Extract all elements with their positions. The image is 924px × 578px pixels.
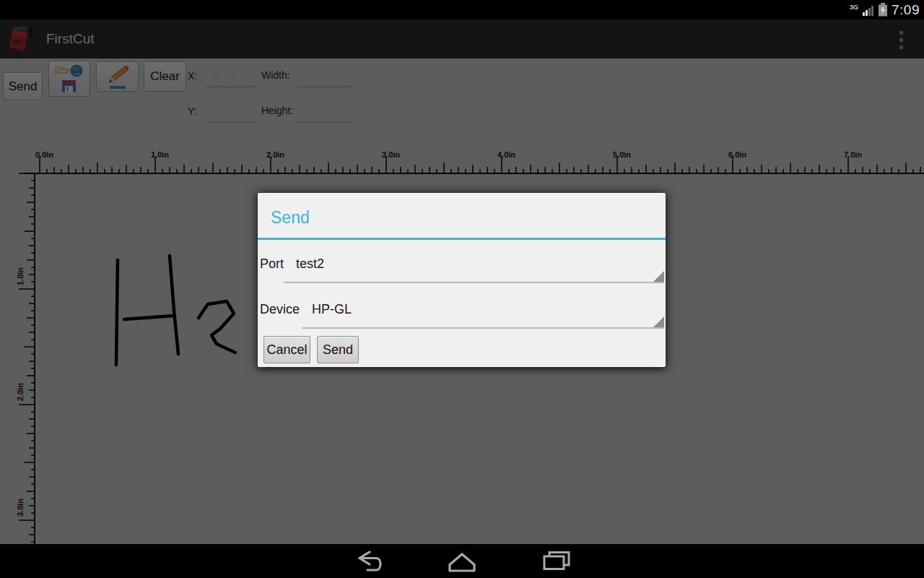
dialog-title-divider — [258, 238, 666, 240]
signal-strength-icon — [862, 4, 874, 16]
dialog-cancel-label: Cancel — [266, 342, 307, 358]
send-dialog: Send Port test2 Device HP-GL Cancel Send — [258, 193, 666, 367]
clock: 7:09 — [892, 2, 920, 18]
network-type-label: 3G — [850, 4, 858, 11]
port-label: Port — [260, 256, 284, 272]
recents-button[interactable] — [540, 550, 572, 573]
port-spinner[interactable]: test2 — [284, 251, 664, 283]
device-label: Device — [260, 302, 300, 317]
dialog-title: Send — [271, 208, 310, 228]
spinner-caret-icon — [653, 271, 664, 282]
dialog-send-button[interactable]: Send — [317, 336, 359, 363]
back-button[interactable] — [355, 550, 387, 573]
home-button[interactable] — [446, 550, 478, 573]
port-spinner-value: test2 — [296, 256, 324, 272]
dialog-send-label: Send — [323, 342, 353, 358]
battery-charging-icon — [878, 3, 888, 17]
spinner-caret-icon — [653, 316, 664, 327]
device-spinner[interactable]: HP-GL — [302, 297, 664, 329]
device-spinner-value: HP-GL — [312, 302, 352, 317]
dialog-cancel-button[interactable]: Cancel — [263, 336, 310, 363]
navigation-bar — [0, 544, 924, 578]
screen: 3G 7:09 ✂ FirstCut Send — [0, 0, 924, 578]
status-bar: 3G 7:09 — [0, 0, 924, 20]
